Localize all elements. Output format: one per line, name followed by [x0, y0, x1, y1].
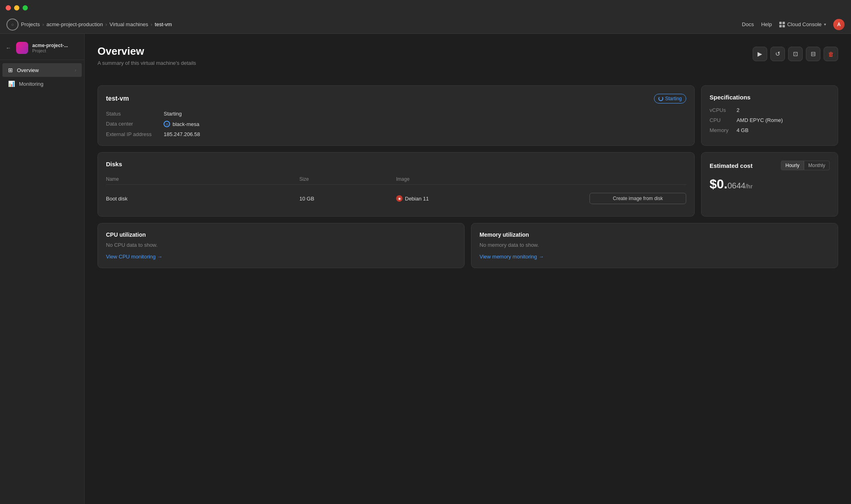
- ip-value: 185.247.206.58: [164, 131, 686, 137]
- cloud-console-button[interactable]: Cloud Console ▾: [779, 21, 826, 27]
- main-content: Overview A summary of this virtual machi…: [85, 34, 851, 504]
- cost-display: $0.0644/hr: [710, 177, 830, 192]
- breadcrumb-sep-3: ›: [151, 21, 152, 27]
- status-spinner-icon: [658, 96, 663, 101]
- col-name: Name: [106, 176, 299, 182]
- page-subtitle: A summary of this virtual machine's deta…: [98, 60, 196, 66]
- specs-card: Specifications vCPUs 2 CPU AMD EPYC (Rom…: [701, 85, 838, 146]
- topnav-left: ○ Projects › acme-project-production › V…: [6, 19, 172, 31]
- disk-image: ◉ Debian 11: [396, 195, 589, 202]
- sidebar-item-overview[interactable]: ⊞ Overview ›: [2, 63, 82, 77]
- app-layout: ← acme-project-... Project ⊞ Overview › …: [0, 34, 851, 504]
- breadcrumb-projects[interactable]: Projects: [21, 21, 40, 27]
- restart-button[interactable]: ↺: [770, 47, 785, 61]
- project-icon: [16, 42, 28, 54]
- col-size: Size: [299, 176, 396, 182]
- help-link[interactable]: Help: [761, 21, 772, 27]
- tab-monthly[interactable]: Monthly: [804, 161, 830, 170]
- disks-title: Disks: [106, 161, 686, 167]
- docs-link[interactable]: Docs: [742, 21, 754, 27]
- cost-cents: 0644: [727, 181, 745, 190]
- breadcrumb-sep-2: ›: [106, 21, 107, 27]
- cost-title: Estimated cost: [710, 162, 753, 169]
- sidebar-item-chevron: ›: [75, 68, 76, 72]
- delete-button[interactable]: 🗑: [824, 47, 838, 61]
- titlebar: [0, 0, 851, 15]
- overview-icon: ⊞: [8, 67, 13, 73]
- disks-card: Disks Name Size Image Boot disk 10 GB ◉ …: [98, 152, 695, 217]
- breadcrumb: Projects › acme-project-production › Vir…: [21, 21, 172, 27]
- memory-label: Memory: [710, 127, 729, 133]
- chevron-down-icon: ▾: [824, 22, 826, 27]
- topnav-right: Docs Help Cloud Console ▾ A: [742, 19, 845, 30]
- breadcrumb-project-name[interactable]: acme-project-production: [46, 21, 103, 27]
- disks-table-header: Name Size Image: [106, 174, 686, 185]
- specs-title: Specifications: [710, 94, 830, 101]
- close-button[interactable]: [6, 5, 11, 10]
- create-image-button[interactable]: Create image from disk: [589, 193, 686, 204]
- back-arrow-icon[interactable]: ←: [6, 45, 11, 51]
- status-badge: Starting: [654, 94, 686, 103]
- middle-row: Disks Name Size Image Boot disk 10 GB ◉ …: [98, 152, 838, 217]
- project-info: acme-project-... Project: [32, 43, 79, 53]
- util-row: CPU utilization No CPU data to show. Vie…: [98, 223, 838, 268]
- project-name: acme-project-...: [32, 43, 79, 48]
- sidebar-item-monitoring[interactable]: 📊 Monitoring: [2, 77, 82, 91]
- col-action: [589, 176, 686, 182]
- col-image: Image: [396, 176, 589, 182]
- vm-header: test-vm Starting: [106, 94, 686, 103]
- cost-header: Estimated cost Hourly Monthly: [710, 161, 830, 170]
- memory-util-title: Memory utilization: [479, 231, 830, 238]
- specs-table: vCPUs 2 CPU AMD EPYC (Rome) Memory 4 GB: [710, 107, 830, 133]
- tab-hourly[interactable]: Hourly: [781, 161, 804, 170]
- breadcrumb-sep-1: ›: [42, 21, 44, 27]
- sidebar-project: ← acme-project-... Project: [0, 39, 84, 60]
- cpu-util-card: CPU utilization No CPU data to show. Vie…: [98, 223, 465, 268]
- memory-empty-msg: No memory data to show.: [479, 242, 830, 248]
- os-icon: ◉: [396, 195, 403, 202]
- view-cpu-link[interactable]: View CPU monitoring →: [106, 254, 456, 260]
- ip-label: External IP address: [106, 131, 152, 137]
- status-label: Status: [106, 111, 152, 117]
- disk-image-name: Debian 11: [405, 196, 429, 202]
- minimize-button[interactable]: [14, 5, 19, 10]
- page-title: Overview: [98, 45, 196, 58]
- cpu-value: AMD EPYC (Rome): [737, 117, 830, 123]
- datacenter-name: black-mesa: [172, 121, 199, 127]
- terminal-button[interactable]: ⊟: [806, 47, 820, 61]
- breadcrumb-vm-name: test-vm: [155, 21, 172, 27]
- top-row: test-vm Starting Status Starting Data ce…: [98, 85, 838, 146]
- sidebar-monitoring-label: Monitoring: [19, 81, 76, 87]
- vm-name: test-vm: [106, 95, 129, 102]
- maximize-button[interactable]: [23, 5, 28, 10]
- play-button[interactable]: ▶: [753, 47, 767, 61]
- avatar[interactable]: A: [833, 19, 845, 30]
- status-text: Starting: [665, 96, 682, 101]
- logo-icon: ○: [6, 19, 19, 31]
- datacenter-value: ◎ black-mesa: [164, 121, 686, 127]
- console-button[interactable]: ⊡: [788, 47, 803, 61]
- cost-card: Estimated cost Hourly Monthly $0.0644/hr: [701, 152, 838, 217]
- cpu-empty-msg: No CPU data to show.: [106, 242, 456, 248]
- vcpu-value: 2: [737, 107, 830, 113]
- cost-tabs: Hourly Monthly: [781, 161, 830, 170]
- sidebar-overview-label: Overview: [17, 67, 71, 73]
- disk-size: 10 GB: [299, 196, 396, 202]
- disk-name: Boot disk: [106, 196, 299, 202]
- vm-details: Status Starting Data center ◎ black-mesa…: [106, 111, 686, 137]
- vcpu-label: vCPUs: [710, 107, 729, 113]
- cost-dollar: $0.: [710, 177, 727, 191]
- project-label: Project: [32, 48, 79, 53]
- topnav: ○ Projects › acme-project-production › V…: [0, 15, 851, 34]
- vm-info-card: test-vm Starting Status Starting Data ce…: [98, 85, 695, 146]
- cpu-util-title: CPU utilization: [106, 231, 456, 238]
- breadcrumb-virtual-machines[interactable]: Virtual machines: [110, 21, 148, 27]
- status-value: Starting: [164, 111, 686, 117]
- cost-amount: $0.0644/hr: [710, 177, 753, 192]
- grid-icon: [779, 22, 785, 27]
- cloud-console-label: Cloud Console: [787, 21, 822, 27]
- page-actions: ▶ ↺ ⊡ ⊟ 🗑: [753, 47, 838, 61]
- view-memory-link[interactable]: View memory monitoring →: [479, 254, 830, 260]
- sidebar: ← acme-project-... Project ⊞ Overview › …: [0, 34, 85, 504]
- datacenter-label: Data center: [106, 121, 152, 127]
